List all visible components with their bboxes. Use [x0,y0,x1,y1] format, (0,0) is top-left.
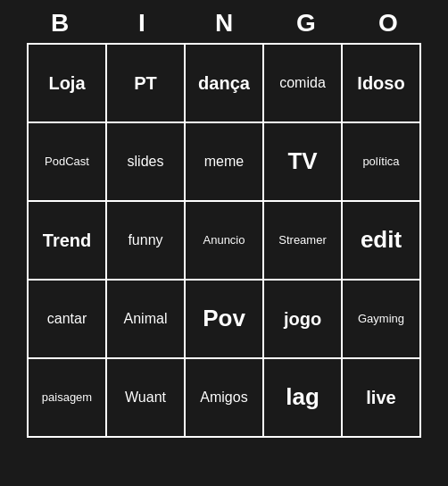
bingo-cell: Streamer [264,202,343,281]
bingo-cell: slides [107,123,186,202]
bingo-cell: cantar [29,281,107,359]
bingo-cell: Gayming [343,281,421,359]
cell-text: cantar [47,310,87,327]
cell-text: Idoso [357,72,404,94]
bingo-cell: funny [107,202,186,281]
bingo-grid: LojaPTdançacomidaIdosoPodCastslidesmemeT… [27,43,421,438]
header-letter: B [21,9,99,38]
cell-text: funny [128,231,162,248]
cell-text: Loja [48,72,85,94]
cell-text: Anuncio [203,233,245,247]
cell-text: Wuant [125,389,166,406]
bingo-cell: dança [186,45,264,123]
bingo-cell: Amigos [186,359,264,438]
bingo-cell: meme [186,123,264,202]
cell-text: dança [198,72,250,94]
bingo-cell: lag [264,359,343,438]
bingo-cell: Pov [186,281,264,359]
cell-text: lag [286,383,319,411]
bingo-cell: PodCast [29,123,107,202]
bingo-cell: live [343,359,421,438]
bingo-cell: Loja [29,45,107,123]
bingo-cell: comida [264,45,343,123]
bingo-cell: Wuant [107,359,186,438]
cell-text: slides [128,153,164,170]
cell-text: TV [287,147,317,175]
cell-text: política [362,155,399,169]
bingo-cell: Animal [107,281,186,359]
cell-text: PodCast [45,155,89,169]
bingo-cell: paisagem [29,359,107,438]
bingo-cell: jogo [264,281,343,359]
header-letter: N [185,9,263,38]
cell-text: live [366,387,395,408]
bingo-cell: Idoso [343,45,421,123]
cell-text: paisagem [42,390,92,405]
cell-text: comida [279,74,326,91]
bingo-cell: PT [107,45,186,123]
bingo-cell: edit [343,202,421,281]
cell-text: jogo [284,308,321,330]
cell-text: PT [134,72,157,94]
header-letter: G [267,9,345,38]
bingo-cell: TV [264,123,343,202]
bingo-header: BINGO [19,0,429,43]
bingo-cell: política [343,123,421,202]
cell-text: Amigos [200,389,247,406]
header-letter: I [103,9,181,38]
cell-text: meme [204,153,244,170]
cell-text: Streamer [278,233,326,247]
cell-text: Animal [124,310,168,327]
cell-text: Trend [43,230,91,251]
cell-text: Pov [203,305,245,332]
cell-text: Gayming [358,312,404,326]
header-letter: O [349,9,427,38]
cell-text: edit [361,226,402,254]
bingo-cell: Anuncio [186,202,264,281]
bingo-cell: Trend [29,202,107,281]
